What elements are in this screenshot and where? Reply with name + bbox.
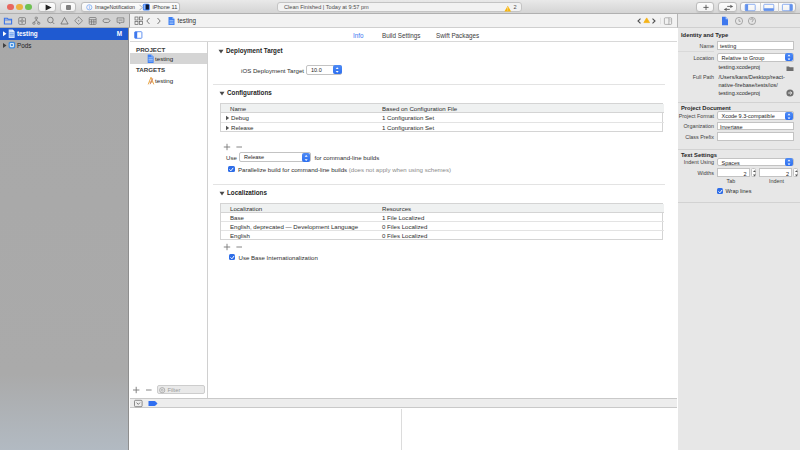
- svg-text:testing: testing: [178, 17, 197, 25]
- svg-text:!: !: [507, 6, 508, 11]
- svg-text:i: i: [89, 4, 90, 10]
